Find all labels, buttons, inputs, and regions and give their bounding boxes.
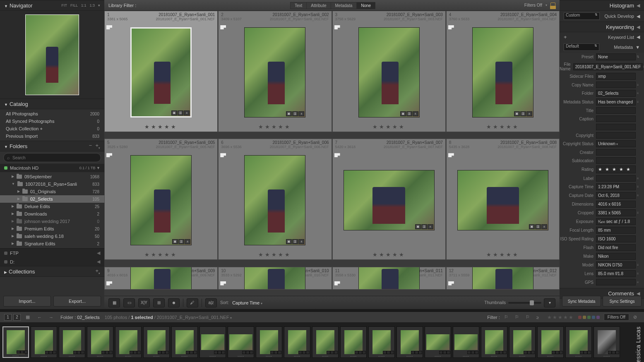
flag-pick-icon[interactable]: ⚐ xyxy=(504,314,511,320)
folder-row[interactable]: ▶09September1068 xyxy=(0,173,104,180)
sort-direction-icon[interactable]: a|z xyxy=(205,298,217,307)
badge-icon[interactable]: ▥ xyxy=(406,111,412,116)
filmstrip-thumb[interactable]: ••••• xyxy=(228,326,254,358)
metadata-value[interactable] xyxy=(596,279,636,285)
badge-icon[interactable]: ▥ xyxy=(421,224,427,229)
quick-develop-title[interactable]: Quick Develop xyxy=(602,14,634,19)
filmstrip-thumb[interactable]: ••••• xyxy=(143,326,170,358)
star-filter[interactable]: ★★★★★ xyxy=(547,314,574,320)
badge-icon[interactable]: ± xyxy=(526,111,532,116)
painter-icon[interactable]: 🖋 xyxy=(187,298,198,307)
catalog-row[interactable]: Previous Import833 xyxy=(0,132,104,140)
filmstrip-thumb[interactable]: ••••• xyxy=(31,326,57,358)
badge-icon[interactable]: ▥ xyxy=(178,110,183,115)
folder-row[interactable]: ▶Premium Edits20 xyxy=(0,225,104,233)
badge-icon[interactable]: ± xyxy=(298,239,304,244)
catalog-row[interactable]: All Photographs2000 xyxy=(0,110,104,117)
metadata-value[interactable] xyxy=(596,107,636,114)
navigator-preview[interactable] xyxy=(0,11,104,98)
display-2[interactable]: 2 xyxy=(13,314,21,321)
rating-stars[interactable]: ★★★★★ xyxy=(219,124,331,130)
filmstrip-thumb[interactable]: ••••• xyxy=(256,326,282,358)
badge-icon[interactable]: ▣ xyxy=(171,110,177,115)
badge-icon[interactable]: ± xyxy=(413,111,418,116)
folder-search-input[interactable] xyxy=(12,156,97,160)
badge-icon[interactable]: ▣ xyxy=(514,111,520,116)
plus-icon[interactable]: + xyxy=(564,34,567,40)
badge-icon[interactable]: ▣ xyxy=(172,239,178,244)
badge-icon[interactable]: ▣ xyxy=(286,111,292,116)
metadata-value[interactable] xyxy=(596,115,636,122)
filters-off-select[interactable]: Filters Off xyxy=(604,314,629,321)
filmstrip-thumb[interactable]: ••••• xyxy=(509,326,536,358)
default-select[interactable]: Default ⇅ xyxy=(564,43,599,51)
sort-value[interactable]: Capture Time ▾ xyxy=(232,300,262,305)
menu-icon[interactable]: ⇅ xyxy=(636,55,640,59)
toolbar-menu-icon[interactable]: ▾ xyxy=(544,298,555,307)
metadata-value[interactable]: Oct 6, 2018 xyxy=(596,192,636,199)
zoom-fit[interactable]: FIT xyxy=(61,3,67,7)
grid-cell[interactable]: 220181007_E_Ryan+Sanli_002 3409 x 510720… xyxy=(218,11,332,132)
badge-icon[interactable]: ± xyxy=(541,224,547,229)
switch-icon[interactable]: ⊘ xyxy=(633,314,640,320)
filmstrip-thumb[interactable]: ••••• xyxy=(2,326,29,358)
badge-icon[interactable]: ▣ xyxy=(529,224,535,229)
zoom-ratio[interactable]: 1:3 xyxy=(89,3,95,7)
goto-icon[interactable]: ≡ xyxy=(636,83,640,87)
grid-cell[interactable]: 520181007_E_Ryan+Sanli_005 3525 x 528020… xyxy=(104,139,218,260)
metadata-value[interactable]: ISO 1600 xyxy=(596,235,636,242)
goto-icon[interactable]: ≡ xyxy=(636,263,640,267)
drive-bar[interactable]: Macintosh HD 0.1 / 1 TB ▼ xyxy=(0,164,104,172)
metadata-value[interactable]: 02_Selects xyxy=(596,90,636,97)
badge-icon[interactable]: ▥ xyxy=(520,111,526,116)
folder-row[interactable]: ▶Deluxe Edits25 xyxy=(0,203,104,210)
histogram-header[interactable]: Histogram ◀ xyxy=(560,0,644,11)
filter-btn-attribute[interactable]: Attribute xyxy=(307,2,331,9)
display-1[interactable]: 1 xyxy=(4,314,12,321)
filmstrip-thumb[interactable]: ••••• xyxy=(340,326,367,358)
catalog-row[interactable]: Quick Collection +0 xyxy=(0,125,104,132)
rating-stars[interactable]: ★★★★★ xyxy=(447,124,559,130)
grid-cell[interactable]: 720181007_E_Ryan+Sanli_007 5420 x 361820… xyxy=(332,139,446,260)
ftp-bar[interactable]: FTP ◀ xyxy=(0,248,104,257)
custom-select[interactable]: Custom ⇅ xyxy=(564,12,600,20)
chevron-down-icon[interactable]: ▾ xyxy=(98,3,100,7)
d-drive-bar[interactable]: D: ◀ xyxy=(0,257,104,266)
pathbar-folder-value[interactable]: 02_Selects xyxy=(77,315,99,320)
filter-btn-none[interactable]: None xyxy=(357,2,375,9)
filmstrip-thumb[interactable]: ••••• xyxy=(87,326,113,358)
folder-row[interactable]: ▶02_Selects105 xyxy=(0,195,104,203)
metadata-value[interactable]: 85.0 mm f/1.8 xyxy=(596,270,636,277)
metadata-value[interactable]: 1:23:28 PM xyxy=(596,183,636,190)
metadata-value[interactable] xyxy=(596,157,636,164)
plus-icon[interactable]: +▾ xyxy=(95,142,100,150)
rating-stars[interactable]: ★★★★★ xyxy=(333,124,445,130)
folder-row[interactable]: ▶saleh wedding 6.1850 xyxy=(0,233,104,240)
metadata-value[interactable] xyxy=(596,175,636,182)
filmstrip-thumb[interactable]: ••••• xyxy=(537,326,564,358)
metadata-value[interactable]: 20181007_E_Ryan+Sanli_001.NEF xyxy=(573,63,643,70)
grid-cell[interactable]: 1020181007_E_Ryan+Sanli_010 3533 x 52922… xyxy=(218,267,332,290)
thumbnail-size-slider[interactable] xyxy=(508,302,541,304)
flag-reject-icon[interactable]: ⚐ xyxy=(526,314,532,320)
badge-icon[interactable]: ▥ xyxy=(535,224,541,229)
filmstrip-thumb[interactable]: ••••• xyxy=(171,326,198,358)
filmstrip-thumb[interactable]: ••••• xyxy=(115,326,142,358)
chevron-left-icon[interactable]: ◀ xyxy=(97,250,100,256)
badge-icon[interactable]: ± xyxy=(428,224,433,229)
navigator-header[interactable]: ▼Navigator FIT FILL 1:1 1:3 ▾ xyxy=(0,0,104,11)
metadata-value[interactable]: Nikon xyxy=(596,253,636,260)
filmstrip-thumb[interactable]: ••••• xyxy=(594,326,620,358)
chevron-down-icon[interactable]: ▾ xyxy=(545,3,547,7)
rating-filter-icon[interactable]: ≥ xyxy=(536,315,543,320)
metadata-value[interactable]: 3381 x 5065 xyxy=(596,209,636,216)
catalog-row[interactable]: All Synced Photographs0 xyxy=(0,117,104,125)
filmstrip-thumb[interactable]: ••••• xyxy=(481,326,507,358)
folder-row[interactable]: ▶johnson wedding 20170 xyxy=(0,218,104,225)
badge-icon[interactable]: ± xyxy=(184,110,190,115)
grid-cell[interactable]: 820181007_E_Ryan+Sanli_008 5435 x 362820… xyxy=(446,139,560,260)
goto-icon[interactable]: ≡ xyxy=(636,100,640,104)
folder-search[interactable]: ⌕ xyxy=(3,153,101,162)
grid-small-icon[interactable]: ▦ xyxy=(26,314,32,320)
flag-unflag-icon[interactable]: ⚐ xyxy=(515,314,521,320)
